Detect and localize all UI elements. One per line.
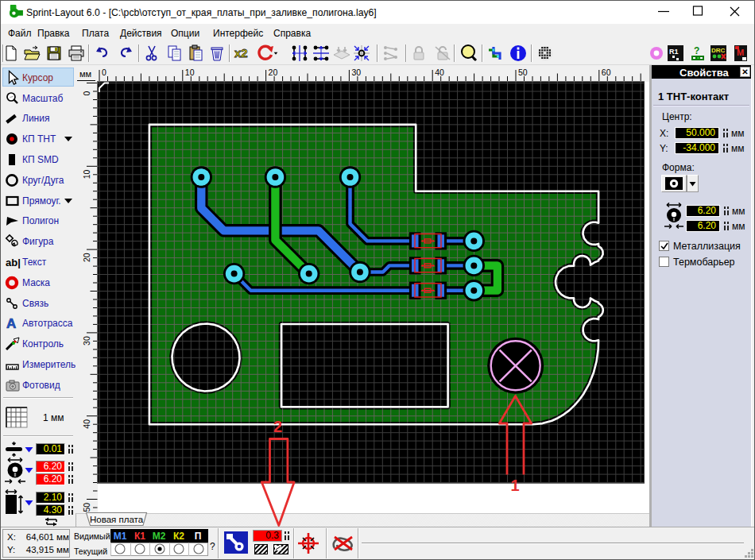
svg-text:40: 40 xyxy=(82,419,91,429)
svg-text:A: A xyxy=(6,316,16,331)
svg-text:ab|: ab| xyxy=(6,257,21,268)
svg-text:R1: R1 xyxy=(669,48,679,56)
svg-text:30: 30 xyxy=(351,68,361,77)
svg-text:0: 0 xyxy=(102,68,106,77)
svg-text:20: 20 xyxy=(82,253,91,262)
svg-text:10: 10 xyxy=(82,169,91,179)
svg-text:DRC: DRC xyxy=(711,47,726,54)
svg-text:30: 30 xyxy=(82,336,91,346)
svg-text:50: 50 xyxy=(82,503,91,512)
svg-text:60: 60 xyxy=(602,68,611,77)
svg-text:10: 10 xyxy=(185,68,195,77)
svg-text:?: ? xyxy=(694,45,699,56)
svg-text:0: 0 xyxy=(82,91,91,96)
svg-text:50: 50 xyxy=(518,68,528,77)
svg-text:x2: x2 xyxy=(234,46,248,60)
svg-text:20: 20 xyxy=(269,68,278,77)
svg-text:мм: мм xyxy=(79,69,91,79)
svg-text:40: 40 xyxy=(435,68,444,77)
